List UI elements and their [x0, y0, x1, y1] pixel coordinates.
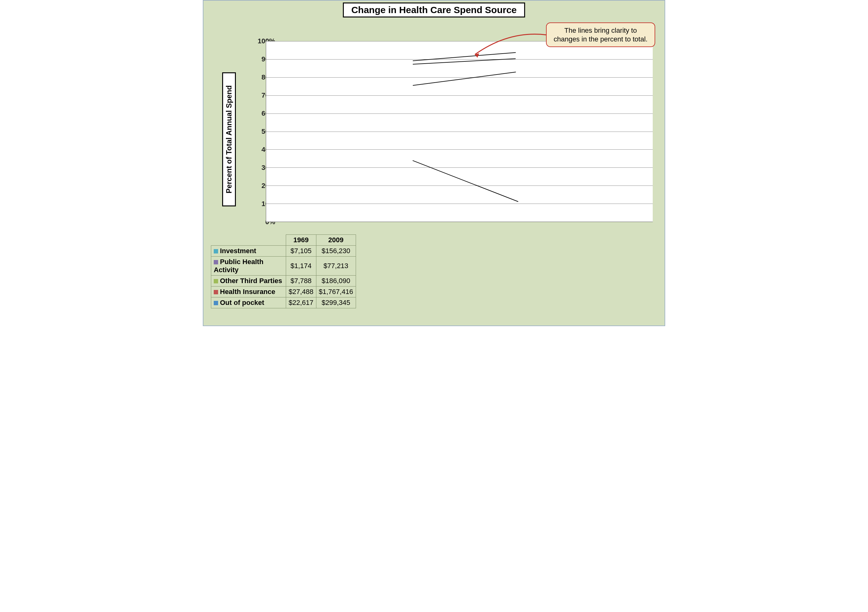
gridline	[266, 167, 653, 168]
gridline	[266, 113, 653, 114]
val-health-ins-2009: $1,767,416	[316, 286, 356, 297]
val-investment-2009: $156,230	[316, 246, 356, 257]
legend-swatch-health-insurance	[214, 290, 218, 294]
legend-label-health-insurance: Health Insurance	[220, 288, 275, 295]
annotation-callout: The lines bring clarity to changes in th…	[546, 22, 655, 47]
y-axis-label-box: Percent of Total Annual Spend	[222, 72, 236, 206]
gridline	[266, 131, 653, 132]
legend-swatch-other-third	[214, 279, 218, 283]
table-row-health-insurance: Health Insurance $27,488 $1,767,416	[211, 286, 356, 297]
gridline	[266, 185, 653, 186]
val-other-third-1969: $7,788	[286, 276, 316, 286]
val-out-of-pocket-2009: $299,345	[316, 297, 356, 308]
table-row-investment: Investment $7,105 $156,230	[211, 246, 356, 257]
legend-label-public-health: Public Health Activity	[214, 258, 264, 274]
val-public-health-2009: $77,213	[316, 257, 356, 276]
chart-title: Change in Health Care Spend Source	[343, 3, 525, 17]
chart-frame: Change in Health Care Spend Source Perce…	[203, 0, 665, 326]
year-1969: 1969	[286, 235, 316, 246]
gridline	[266, 59, 653, 60]
y-axis-label: Percent of Total Annual Spend	[225, 85, 233, 193]
val-public-health-1969: $1,174	[286, 257, 316, 276]
gridline	[266, 149, 653, 150]
val-investment-1969: $7,105	[286, 246, 316, 257]
table-row-years: 1969 2009	[211, 235, 356, 246]
legend-swatch-out-of-pocket	[214, 301, 218, 305]
val-out-of-pocket-1969: $22,617	[286, 297, 316, 308]
table-row-out-of-pocket: Out of pocket $22,617 $299,345	[211, 297, 356, 308]
legend-label-out-of-pocket: Out of pocket	[220, 299, 264, 306]
legend-label-other-third: Other Third Parties	[220, 277, 282, 284]
gridline	[266, 204, 653, 204]
val-other-third-2009: $186,090	[316, 276, 356, 286]
data-table: 1969 2009 Investment $7,105 $156,230 Pub…	[211, 235, 356, 308]
table-row-other-third: Other Third Parties $7,788 $186,090	[211, 276, 356, 286]
legend-swatch-public-health	[214, 260, 218, 264]
connector-line	[413, 72, 516, 86]
legend-label-investment: Investment	[220, 247, 256, 255]
connector-line	[412, 160, 518, 202]
table-row-public-health: Public Health Activity $1,174 $77,213	[211, 257, 356, 276]
legend-swatch-investment	[214, 249, 218, 253]
val-health-ins-1969: $27,488	[286, 286, 316, 297]
plot-area	[266, 41, 653, 222]
year-2009: 2009	[316, 235, 356, 246]
